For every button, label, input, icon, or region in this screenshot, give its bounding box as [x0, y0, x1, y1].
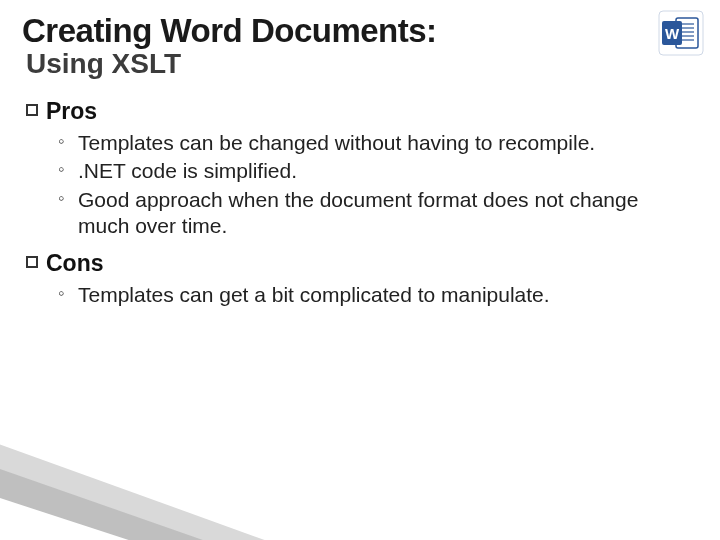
svg-marker-10 [0, 455, 260, 540]
slide-subtitle: Using XSLT [26, 49, 680, 80]
square-bullet-icon [26, 104, 38, 116]
decorative-swoosh [0, 400, 320, 540]
list-item: Templates can get a bit complicated to m… [58, 282, 670, 308]
slide: W Creating Word Documents: Using XSLT Pr… [0, 0, 720, 540]
section-heading-text: Cons [46, 249, 104, 278]
svg-marker-9 [0, 430, 320, 540]
svg-marker-11 [0, 485, 190, 540]
section-heading-cons: Cons [26, 249, 680, 278]
list-item: Templates can be changed without having … [58, 130, 670, 156]
section-heading-text: Pros [46, 97, 97, 126]
square-bullet-icon [26, 256, 38, 268]
list-item: Good approach when the document format d… [58, 187, 670, 240]
slide-title: Creating Word Documents: [22, 14, 680, 49]
section-heading-pros: Pros [26, 97, 680, 126]
slide-body: Pros Templates can be changed without ha… [22, 97, 680, 308]
svg-text:W: W [665, 25, 680, 42]
list-item: .NET code is simplified. [58, 158, 670, 184]
word-icon: W [658, 10, 704, 56]
cons-list: Templates can get a bit complicated to m… [26, 282, 680, 308]
pros-list: Templates can be changed without having … [26, 130, 680, 239]
